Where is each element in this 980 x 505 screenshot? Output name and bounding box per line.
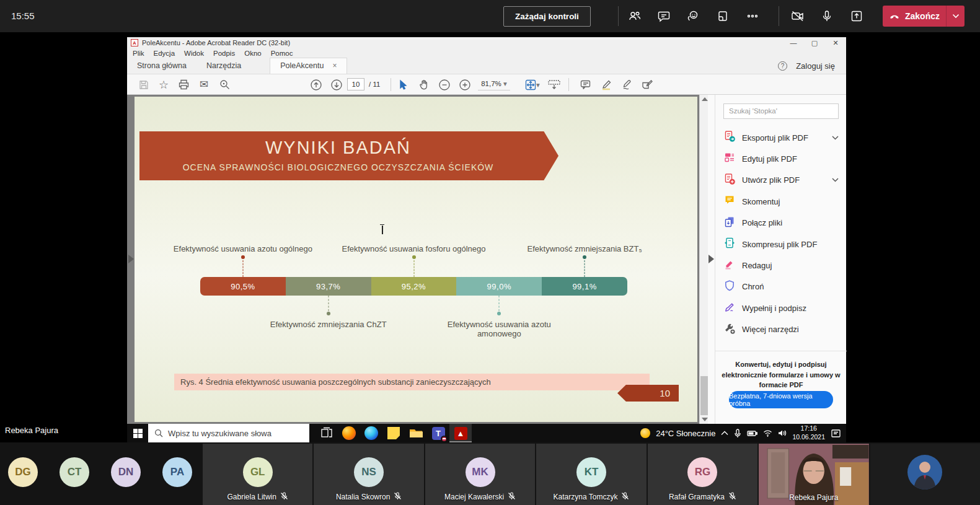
tab-active-document[interactable]: PoleAkcentu× [270,58,347,74]
request-control-button[interactable]: Zażądaj kontroli [503,6,591,27]
next-page-icon[interactable] [329,77,345,92]
taskbar-app-acrobat-icon[interactable]: ▲ [449,424,472,442]
save-icon[interactable] [136,77,152,92]
microphone-icon[interactable] [814,4,839,29]
zoom-in-icon[interactable] [457,77,473,92]
tool-label: Redaguj [742,261,772,270]
zoom-out-icon[interactable] [436,77,452,92]
avatar-pa[interactable]: PA [162,457,192,487]
battery-icon[interactable] [747,430,757,437]
breakout-rooms-icon[interactable] [710,4,735,29]
weather-sun-icon [640,428,650,438]
hang-up-button[interactable]: Zakończ [883,11,946,22]
leader-dot [497,312,501,315]
previous-page-icon[interactable] [308,77,324,92]
hand-tool-icon[interactable] [416,77,432,92]
participant-tile-maciej-kawalerski[interactable]: MKMaciej Kawalerski [425,444,535,505]
tray-chevron-up-icon[interactable] [721,431,728,436]
tab-close-icon[interactable]: × [332,61,337,70]
menu-okno[interactable]: Okno [244,50,262,57]
tool-item-edit-pdf[interactable]: Edytuj plik PDF [723,149,839,168]
sign-tool-icon[interactable] [619,77,635,92]
reactions-icon[interactable] [681,4,705,29]
taskbar-app-file-explorer-icon[interactable] [405,424,427,442]
menu-widok[interactable]: Widok [184,50,204,57]
comment-tool-icon[interactable] [577,77,593,92]
wifi-icon[interactable] [763,430,772,437]
avatar-dn[interactable]: DN [111,457,141,487]
more-options-icon[interactable] [740,4,765,29]
tray-mic-icon[interactable] [734,429,741,438]
sign-in-link[interactable]: Zaloguj się [796,61,835,71]
notifications-icon[interactable] [831,429,841,438]
fill-sign-tool-icon[interactable] [639,77,655,92]
taskbar-app-teams-icon[interactable]: T [427,424,449,442]
scroll-down-arrow[interactable] [702,418,708,421]
select-tool-icon[interactable] [395,77,411,92]
print-icon[interactable] [175,77,192,92]
email-icon[interactable]: ✉ [196,77,212,92]
share-screen-icon[interactable] [844,4,869,29]
help-icon[interactable]: ? [778,61,787,71]
tool-item-fill-sign[interactable]: Wypełnij i podpisz [723,299,839,317]
camera-off-icon[interactable] [785,4,810,29]
toolbars-icon[interactable] [546,77,562,92]
menu-edycja[interactable]: Edycja [154,50,175,57]
close-button[interactable]: ✕ [825,37,846,48]
tool-item-export-pdf[interactable]: Eksportuj plik PDF [723,128,839,147]
menu-podpis[interactable]: Podpis [213,50,235,57]
tool-label: Skompresuj plik PDF [742,240,817,249]
participant-tile-rebeka-pajura[interactable]: Rebeka Pajura [759,444,868,505]
taskbar-search-input[interactable]: Wpisz tu wyszukiwane słowa [148,424,309,442]
highlight-tool-icon[interactable] [598,77,614,92]
bar-segment-3: 95,2% [371,277,457,296]
free-trial-button[interactable]: Bezpłatna, 7-dniowa wersja próbna [729,391,833,408]
menu-plik[interactable]: Plik [133,50,144,57]
page-number-input[interactable]: 10 [347,78,364,90]
participant-tile-natalia-skowron[interactable]: NSNatalia Skowron [314,444,423,505]
participant-tile-remote-video[interactable] [870,444,980,505]
participant-tile-gabriela-litwin[interactable]: GLGabriela Litwin [203,444,312,505]
taskbar-app-task-view-icon[interactable] [316,424,338,442]
tool-item-create-pdf[interactable]: Utwórz plik PDF [723,171,839,190]
minimize-button[interactable]: — [783,37,804,48]
tool-item-comment[interactable]: Skomentuj [723,192,839,211]
avatar-dg[interactable]: DG [8,457,38,487]
star-favorites-icon[interactable]: ☆ [156,77,172,92]
volume-icon[interactable] [778,429,787,437]
avatar-ct[interactable]: CT [60,457,89,487]
chat-icon[interactable] [651,4,676,29]
next-page-arrow[interactable] [709,255,714,263]
tools-search-input[interactable]: Szukaj 'Stopka' [723,103,839,119]
tab-1[interactable]: Narzędzia [196,58,251,74]
participant-tile-katarzyna-tomczyk[interactable]: KTKatarzyna Tomczyk [536,444,646,505]
search-icon[interactable] [216,77,232,92]
tool-item-redact[interactable]: Redaguj [723,256,839,274]
tab-bar-right: ?Zaloguj się [778,61,846,74]
tool-item-compress-pdf[interactable]: Skompresuj plik PDF [723,235,839,253]
taskbar-app-firefox-icon[interactable] [338,424,360,442]
previous-page-arrow[interactable] [128,255,134,263]
people-icon[interactable] [622,4,647,29]
leader-line [242,260,243,277]
tool-item-more-tools[interactable]: Więcej narzędzi [723,320,839,339]
zoom-level-dropdown[interactable]: 81,7% ▾ [478,78,510,90]
fit-page-caret[interactable]: ▾ [536,81,540,89]
chevron-down-icon[interactable] [832,136,839,140]
scrollbar-thumb[interactable] [700,376,708,415]
scroll-up-arrow[interactable] [702,97,708,101]
taskbar-app-sticky-notes-icon[interactable] [382,424,405,442]
tab-0[interactable]: Strona główna [127,58,196,74]
menu-pomoc[interactable]: Pomoc [271,50,293,57]
tool-item-protect[interactable]: Chroń [723,278,839,296]
participant-tile-rafa-gramatyka[interactable]: RGRafał Gramatyka [648,444,757,505]
vertical-scrollbar[interactable] [699,95,708,424]
start-button[interactable] [127,424,148,442]
taskbar-app-edge-icon[interactable] [360,424,382,442]
chevron-down-icon[interactable] [832,178,839,182]
taskbar-clock[interactable]: 17:16 10.06.2021 [792,424,825,441]
leave-options-chevron[interactable] [946,6,965,27]
maximize-button[interactable]: ▢ [804,37,825,48]
tool-item-combine-files[interactable]: Połącz pliki [723,214,839,232]
weather-label[interactable]: 24°C Słonecznie [656,429,715,438]
